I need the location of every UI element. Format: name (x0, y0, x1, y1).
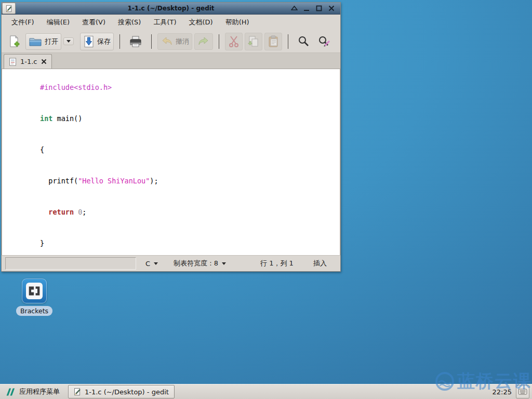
open-dropdown-button[interactable] (63, 37, 74, 45)
code-token: int (40, 114, 52, 123)
toolbar-separator (219, 34, 219, 49)
gedit-window: 1-1.c (~/Desktop) - gedit (1, 2, 341, 272)
redo-icon (197, 36, 210, 47)
printer-icon (129, 35, 142, 48)
clipboard-icon (268, 35, 279, 48)
cursor-position: 行 1，列 1 (260, 259, 294, 268)
menu-documents[interactable]: 文档(D) (183, 16, 219, 29)
close-button[interactable] (328, 5, 335, 12)
tab-bar: 1-1.c (2, 53, 340, 69)
menu-file[interactable]: 文件(F) (6, 16, 40, 29)
new-document-icon (8, 35, 20, 48)
copy-icon (248, 35, 259, 48)
menu-help[interactable]: 帮助(H) (220, 16, 255, 29)
replace-button[interactable] (315, 33, 335, 50)
code-token: { (40, 145, 44, 154)
code-line: #include<stdio.h> (6, 72, 340, 103)
code-token: printf( (40, 177, 78, 185)
shade-button[interactable] (290, 5, 298, 12)
window-menu-button[interactable] (2, 3, 16, 14)
menu-view[interactable]: 查看(V) (76, 16, 111, 29)
desktop-background[interactable]: 1-1.c (~/Desktop) - gedit (0, 0, 532, 399)
code-area[interactable]: #include<stdio.h> int main() { printf("H… (2, 69, 340, 255)
code-token: } (40, 239, 44, 247)
search-replace-icon (318, 35, 331, 48)
tab-width-label: 制表符宽度 : 8 (174, 259, 218, 268)
save-button-label: 保存 (97, 37, 111, 46)
tab-file-icon (9, 58, 17, 66)
menubar: 文件(F) 编辑(E) 查看(V) 搜索(S) 工具(T) 文档(D) 帮助(H… (2, 15, 340, 30)
taskbar-window-label: 1-1.c (~/Desktop) - gedit (85, 388, 169, 396)
keyboard-indicator-button[interactable] (516, 385, 529, 398)
print-button[interactable] (126, 33, 145, 50)
input-mode: 插入 (313, 259, 327, 268)
maximize-button[interactable] (315, 5, 323, 12)
code-token: ); (150, 177, 158, 185)
gedit-app-icon (5, 5, 13, 12)
copy-button[interactable] (245, 33, 262, 50)
window-title: 1-1.c (~/Desktop) - gedit (2, 5, 340, 12)
language-label: C (145, 260, 150, 268)
menu-search[interactable]: 搜索(S) (112, 16, 147, 29)
tab-label: 1-1.c (20, 58, 37, 65)
app-menu-button[interactable]: 应用程序菜单 (2, 386, 63, 397)
folder-icon (29, 36, 42, 47)
taskbar-window-button[interactable]: 1-1.c (~/Desktop) - gedit (68, 385, 175, 398)
code-token: main() (52, 114, 82, 123)
brackets-desktop-icon[interactable]: Brackets (18, 278, 51, 316)
paste-button[interactable] (264, 33, 282, 50)
tab-width-selector[interactable]: 制表符宽度 : 8 (171, 258, 228, 269)
brackets-icon-label: Brackets (16, 306, 52, 316)
undo-icon (161, 36, 173, 47)
scissors-icon (228, 35, 240, 48)
code-token: #include<stdio.h> (40, 83, 112, 91)
open-button[interactable]: 打开 (25, 33, 61, 50)
find-button[interactable] (294, 33, 313, 50)
cut-button[interactable] (225, 33, 243, 50)
code-line: int main() (6, 103, 340, 134)
code-token (40, 208, 48, 216)
close-icon (328, 5, 335, 11)
app-menu-icon (5, 388, 15, 396)
undo-button-label: 撤消 (176, 37, 189, 46)
language-selector[interactable]: C (143, 259, 160, 269)
shade-icon (291, 6, 298, 11)
toolbar: 打开 保存 (2, 30, 340, 53)
keyboard-icon (518, 388, 527, 395)
code-token: "Hello ShiYanLou" (78, 177, 150, 185)
minimize-icon (303, 5, 310, 11)
search-icon (297, 35, 310, 48)
maximize-icon (316, 5, 322, 11)
brackets-icon (22, 278, 47, 303)
titlebar[interactable]: 1-1.c (~/Desktop) - gedit (2, 3, 340, 15)
save-button[interactable]: 保存 (80, 33, 114, 50)
chevron-down-icon (66, 40, 71, 43)
code-token: return (48, 208, 74, 216)
code-line: printf("Hello ShiYanLou"); (6, 165, 340, 196)
code-line: return 0; (6, 196, 340, 228)
tab-close-icon[interactable] (41, 59, 47, 64)
toolbar-separator (151, 34, 152, 49)
statusbar: C 制表符宽度 : 8 行 1，列 1 插入 (2, 255, 340, 271)
brackets-glyph-icon (28, 285, 41, 297)
chevron-down-icon (222, 262, 226, 265)
clock: 22:25 (493, 388, 512, 396)
open-button-label: 打开 (45, 37, 58, 46)
code-token: ; (82, 208, 86, 216)
undo-button[interactable]: 撤消 (157, 33, 192, 50)
redo-button[interactable] (194, 33, 213, 50)
code-line: { (6, 134, 340, 165)
menu-tools[interactable]: 工具(T) (148, 16, 182, 29)
taskbar: 应用程序菜单 1-1.c (~/Desktop) - gedit 22:25 (0, 384, 532, 399)
status-message-area (5, 257, 136, 270)
toolbar-separator (288, 34, 288, 49)
menu-edit[interactable]: 编辑(E) (41, 16, 75, 29)
new-document-button[interactable] (5, 32, 23, 51)
chevron-down-icon (154, 262, 158, 265)
code-token (74, 208, 78, 216)
minimize-button[interactable] (303, 5, 310, 12)
code-line: } (6, 228, 340, 255)
app-menu-label: 应用程序菜单 (19, 387, 60, 396)
save-icon (83, 35, 95, 48)
tab-1-1c[interactable]: 1-1.c (4, 54, 52, 69)
